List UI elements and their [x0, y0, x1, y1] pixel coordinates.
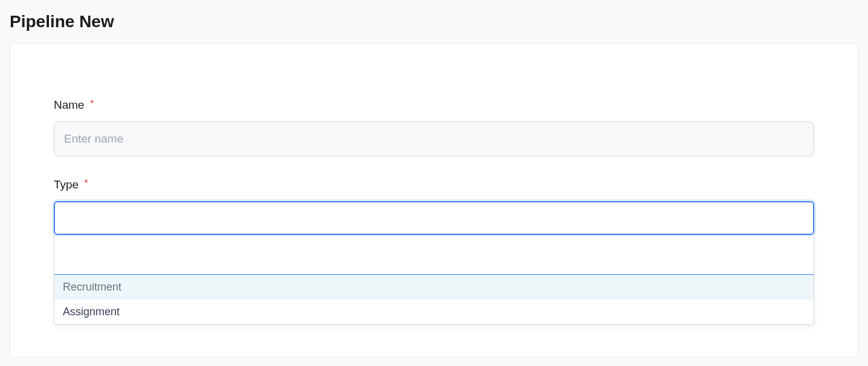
- type-field-group: Type * Recruitment Assignment: [54, 178, 814, 235]
- name-label: Name *: [54, 98, 94, 112]
- name-field-group: Name *: [54, 98, 814, 156]
- name-label-text: Name: [54, 98, 85, 111]
- form-card: Name * Type * Recruitment Assignment: [10, 43, 858, 358]
- dropdown-option-assignment[interactable]: Assignment: [54, 300, 814, 324]
- type-label: Type *: [54, 178, 88, 191]
- type-select[interactable]: [54, 201, 814, 235]
- required-star-icon: *: [90, 98, 94, 109]
- dropdown-option-recruitment[interactable]: Recruitment: [54, 275, 814, 300]
- name-input[interactable]: [54, 121, 814, 156]
- type-dropdown-panel: Recruitment Assignment: [54, 236, 814, 325]
- required-star-icon: *: [84, 178, 88, 188]
- page-title: Pipeline New: [0, 0, 868, 43]
- dropdown-search-area[interactable]: [54, 236, 814, 275]
- type-label-text: Type: [54, 178, 79, 191]
